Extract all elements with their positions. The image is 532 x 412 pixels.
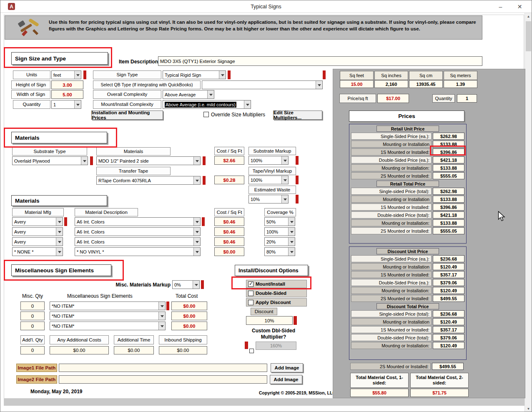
dropdown-arrow-icon[interactable] xyxy=(193,228,200,236)
misc-qty-field[interactable]: 0 xyxy=(20,312,45,320)
image2-path-field[interactable] xyxy=(59,375,267,384)
dropdown-arrow-icon[interactable] xyxy=(219,71,226,79)
dropdown-arrow-icon[interactable] xyxy=(193,218,200,226)
substrate-markup-combo[interactable]: 100% xyxy=(248,156,289,165)
misc-qty-field[interactable]: 0 xyxy=(20,322,45,330)
dropdown-arrow-icon[interactable] xyxy=(74,100,81,108)
edit-multipliers-button[interactable]: Edit Size Multipliers... xyxy=(273,111,322,120)
minimize-icon[interactable]: – xyxy=(491,0,510,13)
vinyl-desc-combo[interactable]: * NO VINYL * xyxy=(75,247,201,256)
vinyl-mfg-combo[interactable]: Avery xyxy=(12,237,63,246)
apply-discount-option[interactable]: Apply Discount xyxy=(246,298,307,306)
coverage-combo[interactable]: 80% xyxy=(264,247,295,256)
mount-install-option[interactable]: Mount/Install xyxy=(246,280,307,288)
dropdown-arrow-icon[interactable] xyxy=(193,157,200,165)
dropdown-arrow-icon[interactable] xyxy=(56,228,63,236)
substrate-material-combo[interactable]: MDO 1/2" Painted 2 side xyxy=(96,156,201,165)
vertical-scrollbar[interactable]: ▲ ▼ xyxy=(524,13,532,412)
close-icon[interactable]: ✕ xyxy=(510,0,529,13)
coverage-combo[interactable]: 50% xyxy=(264,217,295,226)
substrate-type-combo[interactable]: Overlaid Plywood xyxy=(12,156,88,165)
qb-type-combo[interactable] xyxy=(202,80,323,89)
price-row: 2S Mounted or Installed:$499.55 xyxy=(350,363,464,370)
dropdown-arrow-icon[interactable] xyxy=(288,248,295,256)
dropdown-arrow-icon[interactable] xyxy=(207,90,214,98)
dropdown-arrow-icon[interactable] xyxy=(288,228,295,236)
price-sqft-label: Price/sq ft xyxy=(339,94,376,103)
dropdown-arrow-icon[interactable] xyxy=(288,238,295,246)
image1-path-field[interactable] xyxy=(59,364,267,372)
required-marker xyxy=(83,70,86,79)
dropdown-arrow-icon[interactable] xyxy=(74,71,81,79)
vinyl-mfg-combo[interactable]: * NONE * xyxy=(12,247,63,256)
mount-complexity-combo[interactable]: Above Average (i.e. mild contours) xyxy=(163,100,251,109)
add-image2-button[interactable]: Add Image xyxy=(270,375,302,384)
dropdown-arrow-icon[interactable] xyxy=(281,195,288,203)
scroll-up-icon[interactable]: ▲ xyxy=(525,13,532,20)
dropdown-arrow-icon[interactable] xyxy=(288,218,295,226)
misc-markup-combo[interactable]: 0% xyxy=(172,280,200,289)
dropdown-arrow-icon[interactable] xyxy=(316,81,322,89)
item-description-field[interactable]: MDO 3X5 (QTY1) Exterior Signage xyxy=(158,56,482,66)
discount-field[interactable]: 10% xyxy=(246,316,293,325)
transfer-tape-combo[interactable]: RTape Conform 4075RLA xyxy=(96,176,201,185)
vinyl-mfg-combo[interactable]: Avery xyxy=(12,227,63,236)
vinyl-desc-combo[interactable]: A6 Int. Colors xyxy=(75,217,201,226)
units-combo[interactable]: feet xyxy=(51,70,81,79)
quantity-combo[interactable]: 1 xyxy=(51,100,81,109)
price-sqft-value[interactable]: $17.00 xyxy=(377,94,409,103)
substrate-type-header: Substrate Type xyxy=(12,147,87,156)
image1-path-label: Image1 File Path xyxy=(16,364,57,372)
dropdown-arrow-icon[interactable] xyxy=(158,312,165,320)
section-title-materials: Materials xyxy=(11,132,107,143)
vinyl-cost-header: Cost / Sq Ft xyxy=(214,208,244,216)
misc-item-combo[interactable]: *NO ITEM* xyxy=(50,312,166,320)
mount-install-checkbox[interactable] xyxy=(248,281,253,287)
override-multipliers-checkbox[interactable] xyxy=(203,112,209,117)
inbound-shipping-field[interactable]: $0.00 xyxy=(159,346,207,354)
addl-qty-field[interactable]: 0 xyxy=(20,346,45,354)
misc-qty-field[interactable]: 0 xyxy=(20,301,45,310)
overall-complexity-combo[interactable]: Above Average xyxy=(163,90,214,99)
misc-item-combo[interactable]: *NO ITEM* xyxy=(50,322,166,330)
add-image1-button[interactable]: Add Image xyxy=(271,363,303,372)
scroll-down-icon[interactable]: ▼ xyxy=(525,405,532,412)
dropdown-arrow-icon[interactable] xyxy=(158,322,165,330)
addl-time-field[interactable]: $0.00 xyxy=(114,346,154,354)
dropdown-arrow-icon[interactable] xyxy=(281,176,288,184)
coverage-combo[interactable]: 100% xyxy=(264,227,295,236)
installation-prices-button[interactable]: Installation and Mounting Prices xyxy=(91,111,163,120)
apply-discount-checkbox[interactable] xyxy=(248,300,253,305)
double-sided-option[interactable]: Double-Sided xyxy=(246,289,307,297)
tape-markup-combo[interactable]: 100% xyxy=(248,176,289,184)
custom-multiplier-checkbox[interactable] xyxy=(249,349,254,353)
vinyl-desc-combo[interactable]: A6 Int. Colors xyxy=(75,237,201,246)
dropdown-arrow-icon[interactable] xyxy=(56,218,63,226)
dropdown-arrow-icon[interactable] xyxy=(193,176,200,184)
vinyl-desc-combo[interactable]: A6 Int. Colors xyxy=(75,227,201,236)
dropdown-arrow-icon[interactable] xyxy=(281,156,288,164)
scrollbar-thumb[interactable] xyxy=(526,21,531,51)
dropdown-arrow-icon[interactable] xyxy=(244,100,251,108)
dropdown-arrow-icon[interactable] xyxy=(56,238,63,246)
estimated-waste-combo[interactable]: 10% xyxy=(248,195,289,203)
double-sided-checkbox[interactable] xyxy=(248,291,253,296)
dropdown-arrow-icon[interactable] xyxy=(193,248,200,256)
addl-costs-header: Any Additional Costs xyxy=(50,335,109,344)
dropdown-arrow-icon[interactable] xyxy=(56,248,63,256)
price-row: Mounting or Installation$133.88 xyxy=(351,141,464,148)
misc-item-combo[interactable]: *NO ITEM* xyxy=(50,301,166,310)
vinyl-mfg-combo[interactable]: Avery xyxy=(12,217,63,226)
custom-multiplier-field[interactable]: 160% xyxy=(256,342,296,350)
dropdown-arrow-icon[interactable] xyxy=(193,238,200,246)
coverage-combo[interactable]: 20% xyxy=(264,237,295,246)
dropdown-arrow-icon[interactable] xyxy=(81,157,88,165)
price-row: 1S Mounted or Installed:$396.86 xyxy=(351,148,464,156)
required-marker xyxy=(323,70,326,79)
dropdown-arrow-icon[interactable] xyxy=(158,302,165,310)
height-field[interactable]: 3.00 xyxy=(51,80,83,89)
sign-type-combo[interactable]: Typical Rigid Sign xyxy=(163,70,226,79)
width-field[interactable]: 5.00 xyxy=(51,90,83,99)
dropdown-arrow-icon[interactable] xyxy=(193,281,199,289)
addl-costs-field[interactable]: $0.00 xyxy=(50,346,109,354)
